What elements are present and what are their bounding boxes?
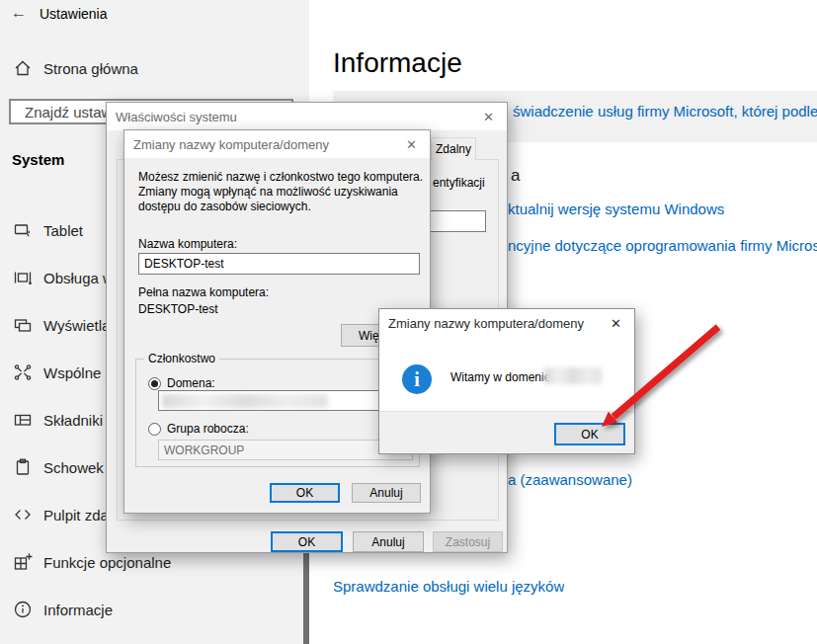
ok-button[interactable]: OK	[270, 483, 340, 503]
settings-window: ← Ustawienia Strona główna Znajdź ustawi…	[0, 0, 817, 644]
displays-icon	[13, 315, 33, 335]
sidebar-item-label: Pulpit zdal	[43, 507, 112, 523]
computer-name-titlebar: Zmiany nazwy komputera/domeny ✕	[124, 130, 430, 158]
sidebar-item-label: Informacje	[43, 602, 113, 618]
domain-radio-label[interactable]: Domena:	[167, 376, 215, 390]
sidebar-item-label: Obsługa w	[43, 270, 114, 286]
info-outline-icon	[13, 600, 33, 619]
cancel-button-label: Anuluj	[369, 486, 402, 500]
blurred-domain-name	[162, 394, 328, 408]
domain-input[interactable]	[158, 390, 413, 411]
tablet-icon	[13, 220, 33, 240]
apply-button-label: Zastosuj	[446, 535, 490, 549]
computer-name-input[interactable]: DESKTOP-test	[138, 253, 420, 275]
cancel-button-label: Anuluj	[371, 535, 404, 549]
system-properties-titlebar: Właściwości systemu ✕	[107, 103, 507, 130]
computer-name-value: DESKTOP-test	[144, 257, 223, 271]
dialog-title: Zmiany nazwy komputera/domeny	[133, 137, 329, 152]
dialog-description: Możesz zmienić nazwę i członkostwo tego …	[138, 170, 428, 214]
link-license-terms-fragment[interactable]: ncyjne dotyczące oprogramowania firmy Mi…	[508, 237, 817, 254]
ok-button-label: OK	[298, 535, 315, 549]
workgroup-input[interactable]: WORKGROUP	[158, 440, 413, 460]
sidebar-item-label: Wyświetla	[43, 317, 110, 334]
workgroup-value: WORKGROUP	[164, 443, 244, 457]
dialog-title: Właściwości systemu	[116, 110, 237, 124]
optional-features-icon	[13, 552, 33, 572]
ok-button-label: OK	[581, 428, 598, 442]
link-microsoft-services-fragment[interactable]: świadczenie usług firmy Microsoft, które…	[513, 103, 817, 120]
welcome-titlebar: Zmiany nazwy komputera/domeny ✕	[379, 309, 634, 337]
info-icon-glyph: i	[414, 368, 420, 391]
workgroup-radio-label[interactable]: Grupa robocza:	[167, 422, 249, 436]
domain-radio[interactable]	[148, 377, 161, 390]
full-name-label: Pełna nazwa komputera:	[138, 285, 269, 299]
sidebar-item-about[interactable]: Informacje	[13, 597, 301, 622]
link-advanced-system-settings-fragment[interactable]: a (zaawansowane)	[508, 471, 632, 488]
hidden-heading-fragment: a	[511, 166, 520, 186]
tab-remote[interactable]: Zdalny	[431, 137, 476, 160]
ok-button[interactable]: OK	[554, 423, 625, 445]
sidebar-item-label: Funkcje opcjonalne	[43, 554, 171, 571]
sidebar-item-home[interactable]: Strona główna	[13, 54, 299, 82]
sidebar-section-system: System	[12, 151, 64, 168]
info-icon: i	[402, 364, 432, 394]
link-language-support[interactable]: Sprawdzanie obsługi wielu języków	[333, 578, 564, 595]
close-icon[interactable]: ✕	[479, 108, 498, 126]
home-icon	[13, 58, 33, 78]
dialog-title: Zmiany nazwy komputera/domeny	[388, 316, 584, 331]
cancel-button[interactable]: Anuluj	[353, 531, 424, 552]
multitasking-icon	[13, 268, 33, 287]
remote-desktop-icon	[13, 505, 33, 524]
components-icon	[13, 410, 33, 430]
sidebar-home-label: Strona główna	[43, 60, 138, 77]
ok-button[interactable]: OK	[271, 531, 343, 552]
link-upgrade-windows-fragment[interactable]: ktualnij wersję systemu Windows	[508, 201, 724, 217]
back-arrow-icon[interactable]: ←	[11, 4, 27, 22]
membership-groupbox: Członkostwo Domena: Grupa robocza: WORKG…	[135, 359, 420, 467]
full-name-value: DESKTOP-test	[138, 302, 217, 316]
apply-button[interactable]: Zastosuj	[433, 531, 503, 552]
membership-label: Członkostwo	[144, 352, 219, 365]
welcome-dialog: Zmiany nazwy komputera/domeny ✕ i Witamy…	[378, 308, 635, 454]
workgroup-radio[interactable]	[148, 423, 161, 436]
tab-remote-label: Zdalny	[436, 142, 471, 156]
cancel-button[interactable]: Anuluj	[352, 483, 421, 503]
blurred-domain-name	[544, 367, 602, 384]
sidebar-item-label: Wspólne ś	[43, 364, 113, 381]
close-icon[interactable]: ✕	[607, 314, 625, 333]
sidebar-item-label: Składniki s	[43, 412, 115, 429]
app-title: Ustawienia	[40, 6, 107, 22]
share-nodes-icon	[13, 362, 33, 382]
page-title: Informacje	[333, 47, 462, 79]
close-icon[interactable]: ✕	[402, 135, 421, 154]
sidebar-item-label: Schowek	[43, 459, 104, 476]
welcome-message: Witamy w domenie	[450, 370, 550, 384]
computer-name-label: Nazwa komputera:	[138, 237, 237, 251]
ok-button-label: OK	[296, 486, 313, 500]
sidebar-item-label: Tablet	[43, 222, 83, 239]
clipboard-icon	[13, 457, 33, 477]
identification-text-fragment: entyfikacji	[433, 176, 485, 190]
